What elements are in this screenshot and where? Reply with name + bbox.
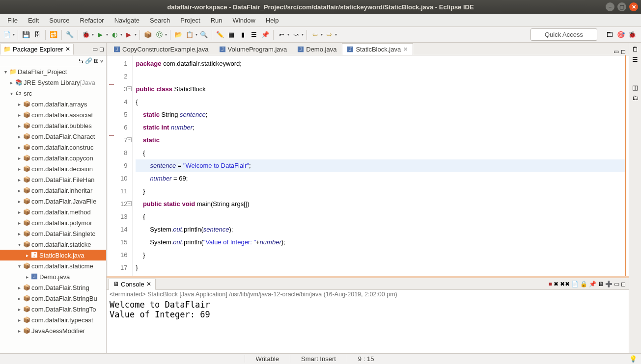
code-line[interactable]: static	[136, 134, 625, 147]
open-perspective-icon[interactable]: 🗔	[605, 30, 614, 40]
code-line[interactable]: }	[136, 249, 625, 261]
expand-icon[interactable]: ▸	[16, 188, 23, 193]
debug-tool-icon[interactable]: 🔧	[65, 30, 75, 40]
save-icon[interactable]: 💾	[21, 30, 31, 40]
tree-item[interactable]: ▸📦JavaAcessModifier	[0, 325, 106, 336]
code-line[interactable]: sentence = "Welcome to DataFlair";	[136, 159, 625, 172]
expand-icon[interactable]: ▸	[16, 134, 23, 139]
code-line[interactable]: {	[136, 96, 625, 108]
project-tree[interactable]: ▾📁DataFlair_Project▸📚JRE System Library …	[0, 66, 106, 353]
code-line[interactable]: static int number;	[136, 121, 625, 134]
tree-item[interactable]: ▾🗂src	[0, 88, 106, 99]
search-icon[interactable]: 🔍	[199, 30, 209, 40]
open-task-icon[interactable]: 📋	[185, 30, 195, 40]
outline-view-icon[interactable]: ◫	[632, 84, 638, 91]
expand-icon[interactable]: ▸	[16, 166, 23, 172]
open-console-icon[interactable]: ➕	[605, 281, 613, 287]
ws-icon[interactable]: ▦	[226, 30, 236, 40]
hierarchy-icon[interactable]: 🗂	[632, 94, 639, 102]
console-min-icon[interactable]: ▭	[614, 281, 619, 287]
code-line[interactable]: {	[136, 147, 625, 159]
list-icon[interactable]: ☰	[249, 30, 259, 40]
tree-item[interactable]: ▸📦com.dataflair.polymor	[0, 217, 106, 228]
scroll-lock-icon[interactable]: 🔒	[580, 281, 587, 287]
expand-icon[interactable]: ▸	[16, 231, 23, 236]
minimize-button[interactable]: –	[606, 2, 614, 11]
expand-icon[interactable]: ▾	[16, 242, 23, 247]
expand-icon[interactable]: ▸	[16, 123, 23, 129]
editor-tab[interactable]: 🅹VolumeProgram.java	[214, 43, 293, 55]
code-line[interactable]: }	[136, 185, 625, 198]
close-console-icon[interactable]: ✕	[146, 281, 151, 287]
toggle-mark-icon[interactable]: ✏️	[215, 30, 225, 40]
expand-icon[interactable]: ▸	[24, 253, 30, 258]
ext-tools-icon[interactable]: ▶	[124, 30, 134, 40]
editor-min-icon[interactable]: ▭	[613, 48, 619, 55]
prev-ann-icon[interactable]: ⤺	[277, 30, 286, 40]
expand-icon[interactable]: ▸	[16, 307, 23, 312]
pin-console-icon[interactable]: 📌	[589, 281, 596, 287]
close-button[interactable]: ✕	[629, 2, 638, 11]
remove-all-icon[interactable]: ✖✖	[560, 281, 570, 287]
menu-refactor[interactable]: Refactor	[76, 15, 109, 26]
code-editor[interactable]: 123−4567−89101112−1314151617 package com…	[107, 55, 629, 278]
tree-item[interactable]: ▾📦com.dataflair.staticme	[0, 260, 106, 271]
expand-icon[interactable]: ▸	[16, 199, 23, 204]
editor-tab[interactable]: 🅹StaticBlock.java✕	[342, 43, 413, 55]
expand-icon[interactable]: ▸	[16, 112, 23, 118]
tree-item[interactable]: ▸📦com.dataflair.copycon	[0, 153, 106, 163]
code-area[interactable]: package com.dataflair.statickeyword;publ…	[133, 55, 625, 276]
block-icon[interactable]: ▮	[238, 30, 248, 40]
tip-icon[interactable]: 💡	[629, 355, 641, 363]
forward-icon[interactable]: ⇨	[324, 30, 334, 40]
new-package-icon[interactable]: 📦	[143, 30, 153, 40]
new-icon[interactable]: 📄	[2, 30, 12, 40]
expand-icon[interactable]: ▸	[16, 285, 23, 290]
code-line[interactable]: System.out.println(sentence);	[136, 223, 625, 236]
expand-icon[interactable]: ▾	[8, 91, 15, 96]
expand-icon[interactable]: ▸	[16, 209, 23, 215]
next-ann-icon[interactable]: ⤻	[291, 30, 301, 40]
menu-help[interactable]: Help	[261, 15, 283, 26]
expand-icon[interactable]: ▸	[16, 328, 23, 334]
code-line[interactable]: number = 69;	[136, 172, 625, 185]
expand-icon[interactable]: ▸	[16, 156, 23, 161]
tree-item[interactable]: ▸📦com.dataflair.method	[0, 207, 106, 217]
tree-item[interactable]: ▸📦com.dataflair.typecast	[0, 314, 106, 325]
expand-icon[interactable]: ▸	[8, 80, 15, 85]
tree-item[interactable]: ▸📦com.DataFlair.Charact	[0, 131, 106, 142]
console-max-icon[interactable]: ◻	[621, 281, 626, 287]
console-output[interactable]: Welcome to DataFlair Value of Integer: 6…	[107, 299, 629, 353]
code-line[interactable]: {	[136, 210, 625, 223]
tree-item[interactable]: ▸📦com.dataflair.arrays	[0, 99, 106, 109]
code-line[interactable]: public static void main(String args[])	[136, 198, 625, 210]
link-editor-icon[interactable]: 🔗	[85, 57, 92, 64]
new-class-icon[interactable]: Ⓒ	[154, 30, 164, 40]
tree-item[interactable]: ▸📦com.DataFlair.String	[0, 282, 106, 293]
tree-item[interactable]: ▾📦com.dataflair.staticke	[0, 239, 106, 250]
quick-access-input[interactable]: Quick Access	[530, 28, 597, 41]
menu-project[interactable]: Project	[176, 15, 204, 26]
expand-icon[interactable]: ▸	[16, 317, 23, 323]
java-perspective-icon[interactable]: 🎯	[616, 30, 626, 40]
code-line[interactable]: package com.dataflair.statickeyword;	[136, 57, 625, 70]
fold-icon[interactable]: −	[127, 201, 132, 206]
remove-launch-icon[interactable]: ✖	[554, 281, 558, 287]
close-view-icon[interactable]: ✕	[65, 46, 70, 52]
tree-item[interactable]: ▸🅹StaticBlock.java	[0, 250, 106, 260]
editor-max-icon[interactable]: ◻	[621, 48, 626, 55]
expand-icon[interactable]: ▾	[2, 69, 9, 75]
run-icon[interactable]: ▶	[95, 30, 105, 40]
tree-item[interactable]: ▸📦com.dataflair.decision	[0, 163, 106, 174]
expand-icon[interactable]: ▾	[16, 263, 23, 269]
package-explorer-tab[interactable]: 📁 Package Explorer ✕	[0, 44, 74, 55]
menu-navigate[interactable]: Navigate	[110, 15, 144, 26]
clear-console-icon[interactable]: 📄	[571, 281, 579, 287]
fold-icon[interactable]: −	[127, 137, 132, 142]
tree-item[interactable]: ▸📦com.dataflair.associat	[0, 109, 106, 120]
close-tab-icon[interactable]: ✕	[403, 46, 408, 52]
back-icon[interactable]: ⇦	[310, 30, 320, 40]
terminate-icon[interactable]: ■	[549, 281, 552, 287]
code-line[interactable]: public class StaticBlock	[136, 83, 625, 96]
tree-item[interactable]: ▾📁DataFlair_Project	[0, 66, 106, 77]
